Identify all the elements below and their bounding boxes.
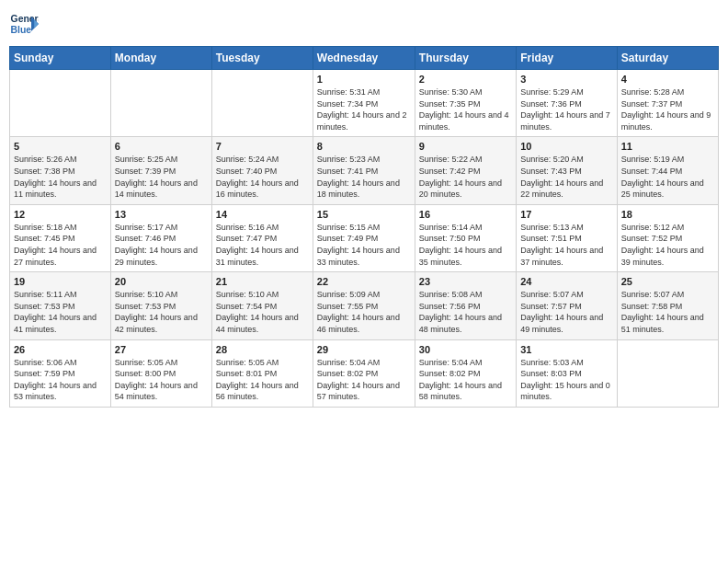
weekday-header: Friday — [517, 47, 617, 70]
day-info: Sunrise: 5:04 AMSunset: 8:02 PMDaylight:… — [419, 357, 512, 403]
calendar-week-row: 5Sunrise: 5:26 AMSunset: 7:38 PMDaylight… — [10, 137, 719, 204]
day-info: Sunrise: 5:30 AMSunset: 7:35 PMDaylight:… — [419, 86, 512, 132]
day-number: 12 — [14, 209, 107, 220]
day-info: Sunrise: 5:16 AMSunset: 7:47 PMDaylight:… — [216, 222, 309, 268]
calendar-cell: 31Sunrise: 5:03 AMSunset: 8:03 PMDayligh… — [517, 339, 617, 407]
day-number: 1 — [317, 74, 411, 85]
calendar-cell: 25Sunrise: 5:07 AMSunset: 7:58 PMDayligh… — [617, 272, 718, 339]
day-number: 10 — [520, 141, 612, 152]
day-info: Sunrise: 5:22 AMSunset: 7:42 PMDaylight:… — [419, 154, 512, 200]
day-number: 8 — [317, 141, 411, 152]
header: General Blue — [9, 9, 719, 39]
day-info: Sunrise: 5:05 AMSunset: 8:00 PMDaylight:… — [115, 357, 208, 403]
calendar-cell: 23Sunrise: 5:08 AMSunset: 7:56 PMDayligh… — [415, 272, 516, 339]
day-info: Sunrise: 5:17 AMSunset: 7:46 PMDaylight:… — [115, 222, 208, 268]
day-number: 27 — [115, 344, 208, 355]
day-info: Sunrise: 5:14 AMSunset: 7:50 PMDaylight:… — [419, 222, 512, 268]
calendar-cell: 7Sunrise: 5:24 AMSunset: 7:40 PMDaylight… — [211, 137, 313, 204]
calendar-cell: 29Sunrise: 5:04 AMSunset: 8:02 PMDayligh… — [313, 339, 415, 407]
calendar-cell: 1Sunrise: 5:31 AMSunset: 7:34 PMDaylight… — [313, 70, 415, 137]
day-number: 29 — [317, 344, 411, 355]
day-number: 18 — [621, 209, 714, 220]
day-info: Sunrise: 5:23 AMSunset: 7:41 PMDaylight:… — [317, 154, 411, 200]
day-number: 24 — [520, 276, 612, 287]
day-info: Sunrise: 5:26 AMSunset: 7:38 PMDaylight:… — [14, 154, 107, 200]
calendar-cell: 24Sunrise: 5:07 AMSunset: 7:57 PMDayligh… — [517, 272, 617, 339]
calendar-week-row: 12Sunrise: 5:18 AMSunset: 7:45 PMDayligh… — [10, 204, 719, 271]
day-info: Sunrise: 5:12 AMSunset: 7:52 PMDaylight:… — [621, 222, 714, 268]
calendar-cell: 22Sunrise: 5:09 AMSunset: 7:55 PMDayligh… — [313, 272, 415, 339]
weekday-header-row: SundayMondayTuesdayWednesdayThursdayFrid… — [10, 47, 719, 70]
day-info: Sunrise: 5:05 AMSunset: 8:01 PMDaylight:… — [216, 357, 309, 403]
calendar-cell: 5Sunrise: 5:26 AMSunset: 7:38 PMDaylight… — [10, 137, 111, 204]
calendar-page: General Blue SundayMondayTuesdayWednesda… — [0, 0, 728, 417]
calendar-week-row: 19Sunrise: 5:11 AMSunset: 7:53 PMDayligh… — [10, 272, 719, 339]
day-info: Sunrise: 5:07 AMSunset: 7:58 PMDaylight:… — [621, 289, 714, 335]
calendar-cell: 4Sunrise: 5:28 AMSunset: 7:37 PMDaylight… — [617, 70, 718, 137]
calendar-cell: 12Sunrise: 5:18 AMSunset: 7:45 PMDayligh… — [10, 204, 111, 271]
day-info: Sunrise: 5:06 AMSunset: 7:59 PMDaylight:… — [14, 357, 107, 403]
day-number: 7 — [216, 141, 309, 152]
weekday-header: Wednesday — [313, 47, 415, 70]
day-info: Sunrise: 5:13 AMSunset: 7:51 PMDaylight:… — [520, 222, 612, 268]
calendar-cell: 18Sunrise: 5:12 AMSunset: 7:52 PMDayligh… — [617, 204, 718, 271]
day-number: 14 — [216, 209, 309, 220]
weekday-header: Monday — [110, 47, 211, 70]
day-number: 16 — [419, 209, 512, 220]
day-info: Sunrise: 5:28 AMSunset: 7:37 PMDaylight:… — [621, 86, 714, 132]
day-info: Sunrise: 5:18 AMSunset: 7:45 PMDaylight:… — [14, 222, 107, 268]
calendar-cell: 10Sunrise: 5:20 AMSunset: 7:43 PMDayligh… — [517, 137, 617, 204]
day-info: Sunrise: 5:07 AMSunset: 7:57 PMDaylight:… — [520, 289, 612, 335]
calendar-cell: 27Sunrise: 5:05 AMSunset: 8:00 PMDayligh… — [110, 339, 211, 407]
day-number: 15 — [317, 209, 411, 220]
calendar-cell: 2Sunrise: 5:30 AMSunset: 7:35 PMDaylight… — [415, 70, 516, 137]
logo-icon: General Blue — [9, 9, 39, 39]
day-number: 30 — [419, 344, 512, 355]
calendar-cell: 8Sunrise: 5:23 AMSunset: 7:41 PMDaylight… — [313, 137, 415, 204]
day-number: 19 — [14, 276, 107, 287]
day-info: Sunrise: 5:03 AMSunset: 8:03 PMDaylight:… — [520, 357, 612, 403]
day-info: Sunrise: 5:19 AMSunset: 7:44 PMDaylight:… — [621, 154, 714, 200]
day-number: 5 — [14, 141, 107, 152]
day-info: Sunrise: 5:04 AMSunset: 8:02 PMDaylight:… — [317, 357, 411, 403]
calendar-cell: 13Sunrise: 5:17 AMSunset: 7:46 PMDayligh… — [110, 204, 211, 271]
calendar-cell: 15Sunrise: 5:15 AMSunset: 7:49 PMDayligh… — [313, 204, 415, 271]
day-number: 20 — [115, 276, 208, 287]
day-number: 26 — [14, 344, 107, 355]
calendar-cell — [10, 70, 111, 137]
day-info: Sunrise: 5:20 AMSunset: 7:43 PMDaylight:… — [520, 154, 612, 200]
weekday-header: Thursday — [415, 47, 516, 70]
day-number: 9 — [419, 141, 512, 152]
day-info: Sunrise: 5:10 AMSunset: 7:53 PMDaylight:… — [115, 289, 208, 335]
weekday-header: Tuesday — [211, 47, 313, 70]
day-number: 28 — [216, 344, 309, 355]
calendar-cell: 14Sunrise: 5:16 AMSunset: 7:47 PMDayligh… — [211, 204, 313, 271]
svg-text:Blue: Blue — [11, 25, 32, 35]
weekday-header: Saturday — [617, 47, 718, 70]
logo: General Blue — [9, 9, 39, 39]
calendar-cell: 26Sunrise: 5:06 AMSunset: 7:59 PMDayligh… — [10, 339, 111, 407]
calendar-cell: 16Sunrise: 5:14 AMSunset: 7:50 PMDayligh… — [415, 204, 516, 271]
day-number: 6 — [115, 141, 208, 152]
calendar-table: SundayMondayTuesdayWednesdayThursdayFrid… — [9, 46, 719, 408]
day-number: 31 — [520, 344, 612, 355]
weekday-header: Sunday — [10, 47, 111, 70]
day-number: 21 — [216, 276, 309, 287]
day-number: 2 — [419, 74, 512, 85]
calendar-cell: 28Sunrise: 5:05 AMSunset: 8:01 PMDayligh… — [211, 339, 313, 407]
day-number: 17 — [520, 209, 612, 220]
calendar-cell — [617, 339, 718, 407]
day-number: 4 — [621, 74, 714, 85]
calendar-cell: 30Sunrise: 5:04 AMSunset: 8:02 PMDayligh… — [415, 339, 516, 407]
calendar-cell — [110, 70, 211, 137]
day-number: 11 — [621, 141, 714, 152]
day-info: Sunrise: 5:09 AMSunset: 7:55 PMDaylight:… — [317, 289, 411, 335]
day-info: Sunrise: 5:29 AMSunset: 7:36 PMDaylight:… — [520, 86, 612, 132]
day-info: Sunrise: 5:24 AMSunset: 7:40 PMDaylight:… — [216, 154, 309, 200]
calendar-cell: 20Sunrise: 5:10 AMSunset: 7:53 PMDayligh… — [110, 272, 211, 339]
day-number: 25 — [621, 276, 714, 287]
calendar-cell: 9Sunrise: 5:22 AMSunset: 7:42 PMDaylight… — [415, 137, 516, 204]
day-number: 22 — [317, 276, 411, 287]
day-info: Sunrise: 5:11 AMSunset: 7:53 PMDaylight:… — [14, 289, 107, 335]
day-info: Sunrise: 5:25 AMSunset: 7:39 PMDaylight:… — [115, 154, 208, 200]
